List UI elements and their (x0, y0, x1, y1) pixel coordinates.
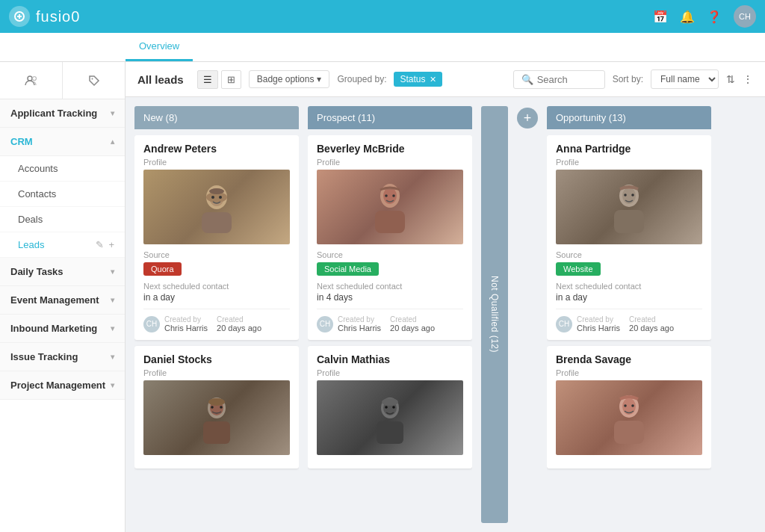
edit-icon[interactable]: ✎ (96, 239, 104, 250)
kanban-column-opportunity: Opportunity (13) Anna Partridge Profile … (547, 106, 711, 523)
sidebar-item-issue-tracking[interactable]: Issue Tracking ▾ (0, 343, 125, 371)
sort-direction-icon[interactable]: ⇅ (726, 73, 735, 85)
card-footer: CH Created by Chris Harris Created 20 da… (556, 309, 702, 332)
svg-rect-21 (375, 211, 405, 233)
tag-icon[interactable] (63, 62, 125, 99)
created-field: Created 20 days ago (629, 315, 674, 332)
sidebar-item-label: Event Management (10, 294, 99, 306)
created-by-label: Created by (338, 315, 381, 324)
card-name: Anna Partridge (556, 143, 702, 155)
created-value: 20 days ago (629, 324, 674, 332)
svg-point-18 (208, 398, 225, 406)
svg-point-23 (392, 194, 395, 197)
list-view-button[interactable]: ☰ (197, 70, 218, 89)
card-andrew-peters[interactable]: Andrew Peters Profile Source Quora Next … (134, 135, 299, 340)
calendar-icon[interactable]: 📅 (653, 10, 668, 24)
svg-rect-26 (377, 421, 403, 444)
sidebar-item-deals[interactable]: Deals (0, 207, 125, 232)
sidebar-item-label: Leads (18, 239, 44, 250)
svg-rect-32 (614, 210, 644, 233)
created-label: Created (217, 315, 261, 324)
page-title: All leads (137, 73, 184, 86)
grid-view-button[interactable]: ⊞ (221, 70, 241, 89)
sidebar-item-applicant-tracking[interactable]: Applicant Tracking ▾ (0, 99, 125, 128)
bell-icon[interactable]: 🔔 (680, 10, 695, 24)
card-photo-andrew (143, 170, 290, 244)
kanban-board: New (8) Andrew Peters Profile Source Quo… (126, 97, 765, 532)
sidebar-item-contacts[interactable]: Contacts (0, 182, 125, 207)
svg-point-17 (220, 406, 223, 409)
next-contact-label: Next scheduled contact (143, 282, 290, 291)
card-brenda-savage[interactable]: Brenda Savage Profile (547, 346, 711, 468)
leads-toolbar: All leads ☰ ⊞ Badge options ▾ Grouped by… (126, 62, 765, 97)
avatar: CH (317, 316, 333, 332)
created-value: 20 days ago (217, 324, 261, 332)
sidebar-item-crm[interactable]: CRM ▴ (0, 128, 125, 156)
card-footer: CH Created by Chris Harris Created 20 da… (143, 309, 290, 332)
svg-point-29 (382, 398, 398, 406)
svg-point-12 (219, 196, 222, 199)
avatar: CH (556, 316, 572, 332)
prospect-cards: Beverley McBride Profile Source Social M… (308, 135, 472, 523)
sidebar-item-label: Deals (18, 214, 43, 225)
card-profile-label: Profile (317, 158, 463, 167)
card-profile-label: Profile (143, 368, 290, 377)
svg-point-3 (28, 76, 32, 81)
sidebar-icons-row (0, 62, 125, 99)
chevron-down-icon: ▾ (111, 296, 114, 304)
people-icon[interactable] (0, 62, 63, 99)
sidebar-item-event-management[interactable]: Event Management ▾ (0, 286, 125, 315)
card-name: Brenda Savage (556, 353, 702, 365)
created-by-label: Created by (164, 315, 208, 324)
card-meta: Created by Chris Harris Created 20 days … (338, 315, 435, 332)
more-options-icon[interactable]: ⋮ (743, 73, 753, 85)
top-nav-right: 📅 🔔 ❓ CH (653, 5, 756, 28)
sidebar-item-daily-tasks[interactable]: Daily Tasks ▾ (0, 258, 125, 286)
svg-point-11 (211, 196, 214, 199)
svg-rect-15 (203, 421, 230, 444)
sidebar-item-leads[interactable]: Leads ✎ + (0, 232, 125, 258)
column-header-not-qualified[interactable]: Not Qualified (12) (481, 106, 508, 523)
svg-point-38 (624, 404, 627, 407)
created-by-field: Created by Chris Harris (164, 315, 208, 332)
tab-overview[interactable]: Overview (126, 33, 193, 61)
svg-rect-8 (202, 212, 232, 233)
column-title: New (8) (143, 112, 178, 123)
svg-point-5 (91, 78, 93, 79)
help-icon[interactable]: ❓ (707, 10, 722, 24)
created-by-label: Created by (577, 315, 620, 324)
svg-point-33 (624, 194, 627, 197)
column-header-prospect: Prospect (11) (308, 106, 472, 129)
card-beverley-mcbride[interactable]: Beverley McBride Profile Source Social M… (308, 135, 472, 340)
close-icon[interactable]: ✕ (430, 75, 436, 84)
add-not-qualified-button[interactable]: + (517, 108, 538, 129)
sidebar-item-inbound-marketing[interactable]: Inbound Marketing ▾ (0, 315, 125, 343)
card-daniel-stocks[interactable]: Daniel Stocks Profile (134, 346, 299, 468)
sort-select[interactable]: Full name (651, 69, 719, 89)
card-anna-partridge[interactable]: Anna Partridge Profile Source Website Ne… (547, 135, 711, 340)
top-navigation: fusio0 📅 🔔 ❓ CH (0, 0, 765, 33)
chevron-down-icon: ▾ (111, 324, 114, 332)
source-chip-quora: Quora (143, 262, 182, 276)
add-icon[interactable]: + (108, 239, 114, 250)
card-source-label: Source (143, 250, 290, 259)
sidebar-item-project-management[interactable]: Project Management ▾ (0, 371, 125, 400)
column-title: Opportunity (13) (556, 112, 626, 123)
svg-point-10 (209, 188, 224, 194)
badge-options-button[interactable]: Badge options ▾ (249, 70, 330, 88)
card-calvin-mathias[interactable]: Calvin Mathias Profile (308, 346, 472, 468)
sidebar-item-accounts[interactable]: Accounts (0, 156, 125, 182)
kanban-column-prospect: Prospect (11) Beverley McBride Profile S… (308, 106, 472, 523)
user-avatar-icon[interactable]: CH (734, 5, 756, 28)
created-by-value: Chris Harris (338, 324, 381, 332)
search-input[interactable] (537, 74, 597, 85)
card-footer: CH Created by Chris Harris Created 20 da… (317, 309, 463, 332)
badge-options-label: Badge options (257, 74, 315, 84)
chevron-down-icon: ▾ (317, 74, 321, 84)
svg-point-22 (385, 194, 388, 197)
chevron-down-icon: ▾ (111, 381, 114, 389)
card-photo-brenda (556, 380, 702, 455)
card-name: Daniel Stocks (143, 353, 290, 365)
source-chip-social: Social Media (317, 262, 379, 276)
svg-point-39 (631, 404, 634, 407)
